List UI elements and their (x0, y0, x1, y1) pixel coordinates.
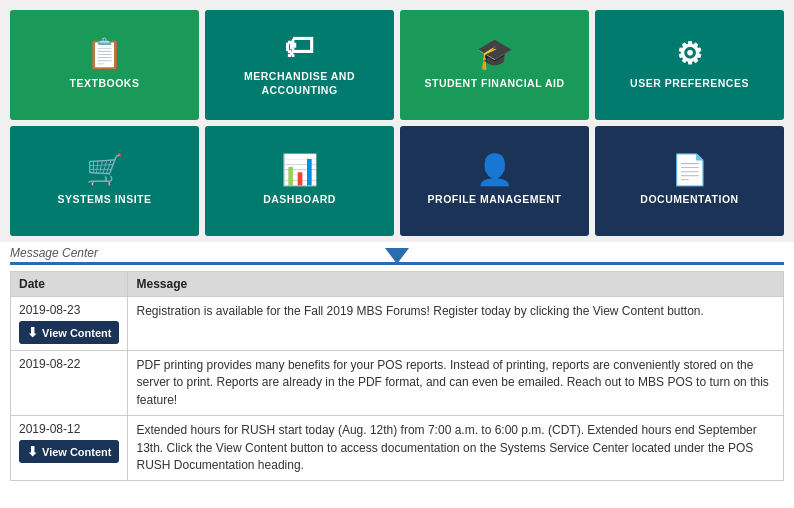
view-content-button-3[interactable]: ⬇ View Content (19, 440, 119, 463)
table-row: 2019-08-23 ⬇ View Content Registration i… (11, 297, 784, 351)
table-row: 2019-08-12 ⬇ View Content Extended hours… (11, 416, 784, 481)
merchandise-icon: 🏷 (284, 32, 315, 62)
view-content-button-1[interactable]: ⬇ View Content (19, 321, 119, 344)
table-row: 2019-08-22 PDF printing provides many be… (11, 351, 784, 416)
merchandise-label: MERCHANDISE ANDACCOUNTING (244, 70, 355, 97)
profile-management-label: PROFILE MANAGEMENT (428, 193, 562, 207)
message-table: Date Message 2019-08-23 ⬇ View Content R… (10, 271, 784, 481)
msg-text-2: PDF printing provides many benefits for … (128, 351, 784, 416)
msg-text-3: Extended hours for RUSH start today (Aug… (128, 416, 784, 481)
table-header-row: Date Message (11, 272, 784, 297)
view-content-icon-3: ⬇ (27, 444, 38, 459)
tile-systems-insite[interactable]: 🛒 SYSTEMS INSITE (10, 126, 199, 236)
blue-arrow (385, 248, 409, 264)
tile-student-financial-aid[interactable]: 🎓 STUDENT FINANCIAL AID (400, 10, 589, 120)
tile-merchandise-accounting[interactable]: 🏷 MERCHANDISE ANDACCOUNTING (205, 10, 394, 120)
tile-profile-management[interactable]: 👤 PROFILE MANAGEMENT (400, 126, 589, 236)
tile-documentation[interactable]: 📄 DOCUMENTATION (595, 126, 784, 236)
documentation-label: DOCUMENTATION (640, 193, 738, 207)
systems-insite-icon: 🛒 (86, 155, 124, 185)
tile-dashboard[interactable]: 📊 DASHBOARD (205, 126, 394, 236)
tile-textbooks[interactable]: 📋 TEXTBOOKS (10, 10, 199, 120)
financial-aid-label: STUDENT FINANCIAL AID (425, 77, 565, 91)
systems-insite-label: SYSTEMS INSITE (58, 193, 152, 207)
user-prefs-icon: ⚙ (676, 39, 704, 69)
msg-date-1: 2019-08-23 ⬇ View Content (11, 297, 128, 351)
msg-date-3: 2019-08-12 ⬇ View Content (11, 416, 128, 481)
blue-divider (10, 262, 784, 265)
textbooks-icon: 📋 (86, 39, 124, 69)
documentation-icon: 📄 (671, 155, 709, 185)
col-date: Date (11, 272, 128, 297)
dashboard-icon: 📊 (281, 155, 319, 185)
tile-grid: 📋 TEXTBOOKS 🏷 MERCHANDISE ANDACCOUNTING … (0, 0, 794, 242)
textbooks-label: TEXTBOOKS (70, 77, 140, 91)
view-content-icon-1: ⬇ (27, 325, 38, 340)
tile-user-preferences[interactable]: ⚙ USER PREFERENCES (595, 10, 784, 120)
financial-aid-icon: 🎓 (476, 39, 514, 69)
col-message: Message (128, 272, 784, 297)
dashboard-label: DASHBOARD (263, 193, 336, 207)
message-center: Message Center Date Message 2019-08-23 ⬇… (0, 242, 794, 491)
user-prefs-label: USER PREFERENCES (630, 77, 749, 91)
msg-text-1: Registration is available for the Fall 2… (128, 297, 784, 351)
profile-management-icon: 👤 (476, 155, 514, 185)
msg-date-2: 2019-08-22 (11, 351, 128, 416)
